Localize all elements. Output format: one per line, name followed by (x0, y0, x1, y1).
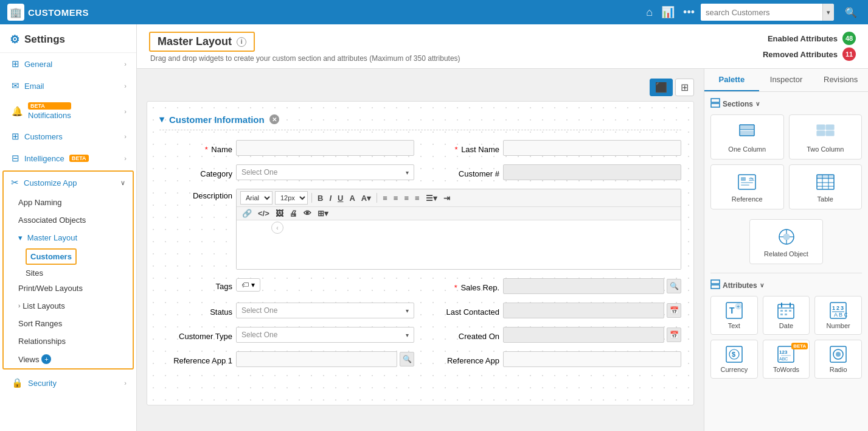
palette-towords[interactable]: BETA 123 ABC ToWords (763, 340, 810, 379)
tab-inspector[interactable]: Inspector (759, 69, 814, 91)
canvas-desktop-btn[interactable]: ⬛ (650, 79, 673, 96)
master-layout-title-box: Master Layout i (149, 32, 255, 52)
attributes-grid: T + Text (710, 296, 862, 379)
name-input[interactable] (236, 140, 414, 156)
sort-ranges-item[interactable]: Sort Ranges (4, 315, 133, 332)
section-remove-btn[interactable]: ✕ (269, 114, 279, 124)
align-left-btn[interactable]: ≡ (381, 193, 389, 203)
customer-num-input[interactable] (503, 164, 681, 180)
refapp-input[interactable] (503, 351, 681, 367)
tab-revisions[interactable]: Revisions (813, 69, 868, 91)
palette-text[interactable]: T + Text (710, 296, 758, 335)
align-justify-btn[interactable]: ≡ (413, 193, 422, 203)
sidebar-item-general[interactable]: ⊞ General › (0, 53, 136, 75)
indent-btn[interactable]: ⇥ (442, 193, 452, 203)
sidebar-item-email[interactable]: ✉ Email › (0, 75, 136, 97)
salesrep-input[interactable] (503, 278, 664, 294)
chart-icon[interactable]: 📊 (661, 5, 675, 19)
towords-attr-label: ToWords (766, 366, 807, 373)
sidebar-item-customers[interactable]: ⊞ Customers › (0, 125, 136, 147)
palette-date[interactable]: Date (763, 296, 810, 335)
search-go-btn[interactable]: 🔍 (841, 4, 861, 21)
italic-btn[interactable]: I (327, 193, 333, 203)
radio-attr-label: Radio (818, 366, 859, 373)
sections-chevron: ∨ (755, 100, 760, 107)
palette-two-column[interactable]: Two Column (789, 114, 863, 159)
refapp1-search-btn[interactable]: 🔍 (400, 352, 414, 366)
customize-arrow: ∨ (120, 179, 125, 187)
last-contacted-input[interactable] (503, 303, 664, 318)
bg-color-btn[interactable]: A▾ (359, 193, 373, 203)
customer-num-label: Customer # (426, 166, 499, 178)
underline-btn[interactable]: U (336, 193, 345, 203)
sidebar-collapse-btn[interactable]: ‹ (271, 222, 283, 234)
print-web-layouts-item[interactable]: Print/Web Layouts (4, 279, 133, 297)
created-on-cal-btn[interactable]: 📅 (667, 328, 681, 342)
align-center-btn[interactable]: ≡ (392, 193, 400, 203)
tab-palette[interactable]: Palette (704, 69, 759, 91)
customize-sub-items: App Naming Associated Objects ▾ Master L… (4, 194, 133, 368)
palette-number[interactable]: 1 2 3 A B C Number (814, 296, 862, 335)
master-layout-header[interactable]: ▾ Master Layout (4, 229, 133, 247)
salesrep-search-btn[interactable]: 🔍 (667, 279, 681, 293)
more-icon[interactable]: ••• (683, 6, 695, 19)
search-input[interactable] (701, 4, 822, 21)
print-btn[interactable]: 🖨 (288, 208, 299, 219)
link-btn[interactable]: 🔗 (240, 208, 254, 219)
content-header-left: Master Layout i Drag and drop widgets to… (149, 32, 460, 63)
table-icon (814, 171, 836, 193)
home-icon[interactable]: ⌂ (646, 6, 653, 19)
sidebar-item-intelligence[interactable]: ⊟ Intelligence BETA › (0, 147, 136, 169)
list-layouts-item[interactable]: › List Layouts (4, 297, 133, 315)
refapp1-input[interactable] (236, 351, 397, 367)
lastname-input[interactable] (503, 140, 681, 156)
info-icon[interactable]: i (237, 37, 246, 47)
preview-btn[interactable]: 👁 (302, 208, 313, 219)
richtext-body[interactable] (237, 220, 681, 269)
category-select[interactable]: Select One ▾ (236, 164, 414, 180)
ml-customers-item[interactable]: Customers (26, 248, 77, 265)
list-btn[interactable]: ☰▾ (424, 193, 439, 203)
font-family-select[interactable]: Arial (240, 191, 273, 205)
svg-point-25 (783, 234, 790, 240)
content-header: Master Layout i Drag and drop widgets to… (137, 24, 868, 69)
last-contacted-cal-btn[interactable]: 📅 (667, 303, 681, 318)
font-size-select[interactable]: 12px (275, 191, 308, 205)
customize-app-header[interactable]: ✂ Customize App ∨ (4, 172, 133, 194)
notifications-arrow: › (124, 108, 127, 115)
customertype-select[interactable]: Select One ▾ (236, 327, 414, 343)
created-on-input[interactable] (503, 327, 664, 343)
enabled-attr-row: Enabled Attributes 48 (763, 32, 856, 45)
svg-rect-15 (741, 182, 753, 183)
search-dropdown-btn[interactable]: ▾ (822, 4, 834, 21)
code-btn[interactable]: </> (256, 208, 271, 219)
section-toggle[interactable]: ▾ (159, 114, 164, 125)
status-select[interactable]: Select One ▾ (236, 303, 414, 318)
palette-reference[interactable]: Reference (710, 164, 784, 209)
sidebar-item-notifications[interactable]: 🔔 BETA Notifications › (0, 97, 136, 125)
palette-table[interactable]: Table (789, 164, 863, 209)
image-btn[interactable]: 🖼 (274, 208, 285, 219)
associated-objects-item[interactable]: Associated Objects (4, 211, 133, 229)
palette-currency[interactable]: $ Currency (710, 340, 758, 379)
palette-related-object[interactable]: Related Object (749, 219, 823, 264)
sidebar-title: ⚙ Settings (0, 24, 136, 53)
app-logo[interactable]: 🏢 CUSTOMERS (7, 4, 89, 21)
palette-one-column[interactable]: One Column (710, 114, 784, 159)
app-naming-item[interactable]: App Naming (4, 194, 133, 211)
description-label: Description (159, 189, 232, 200)
sidebar-item-security[interactable]: 🔒 Security › (0, 372, 136, 394)
bold-btn[interactable]: B (316, 193, 325, 203)
table-btn[interactable]: ⊞▾ (316, 208, 330, 219)
tags-btn[interactable]: 🏷 ▾ (236, 278, 260, 292)
canvas-hierarchy-btn[interactable]: ⊞ (675, 79, 694, 96)
ml-sites-item[interactable]: Sites (26, 265, 43, 281)
views-add-icon[interactable]: + (41, 354, 51, 364)
relationships-item[interactable]: Relationships (4, 332, 133, 350)
removed-attr-badge: 11 (842, 47, 856, 61)
views-item[interactable]: Views + (4, 350, 133, 368)
palette-radio[interactable]: Radio (814, 340, 862, 379)
font-color-btn[interactable]: A (347, 193, 356, 203)
currency-attr-icon: $ (725, 345, 743, 363)
align-right-btn[interactable]: ≡ (402, 193, 411, 203)
